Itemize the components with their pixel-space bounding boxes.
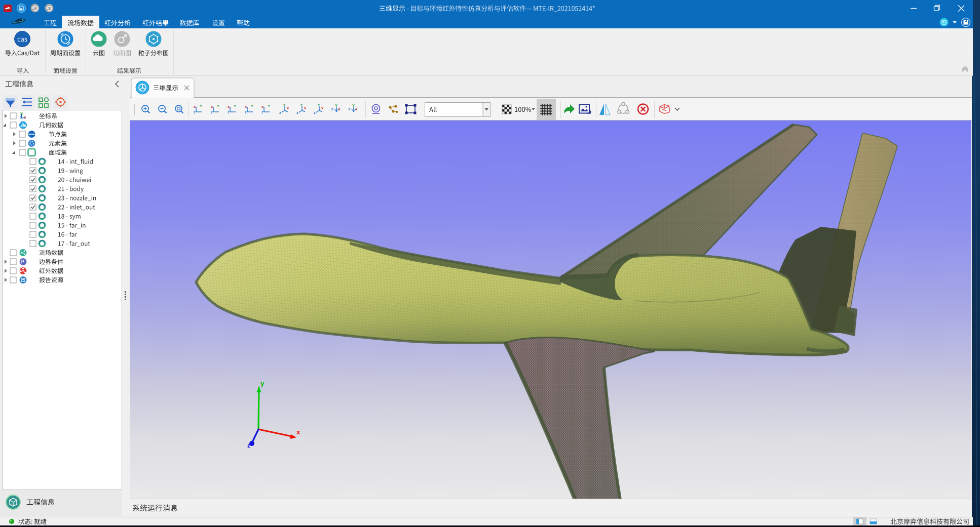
svg-text:Y: Y (234, 104, 236, 108)
svg-text:x: x (296, 428, 300, 436)
svg-text:Y: Y (268, 104, 270, 108)
svg-text:z: z (349, 107, 351, 111)
svg-text:z: z (228, 110, 230, 114)
svg-text:Y: Y (318, 103, 320, 107)
svg-text:z: z (261, 110, 263, 114)
svg-text:Y: Y (217, 104, 219, 108)
svg-text:Y: Y (283, 103, 286, 107)
svg-text:z: z (247, 442, 250, 449)
svg-text:Y: Y (352, 103, 355, 108)
svg-text:Y: Y (200, 104, 202, 108)
svg-text:Y: Y (335, 103, 337, 108)
svg-text:z: z (245, 110, 247, 114)
svg-text:y: y (260, 380, 265, 387)
svg-text:z: z (296, 110, 298, 115)
svg-text:z: z (314, 110, 316, 115)
svg-text:z: z (194, 110, 196, 114)
svg-text:Y: Y (251, 104, 253, 108)
svg-text:z: z (331, 107, 333, 111)
svg-text:z: z (279, 110, 281, 115)
svg-text:Y: Y (300, 103, 303, 107)
svg-text:z: z (211, 110, 213, 114)
